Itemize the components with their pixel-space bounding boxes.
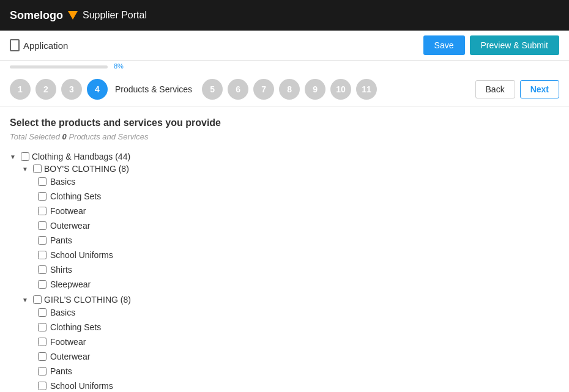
label-pants-girls: Pants [50, 366, 72, 376]
total-selected: Total Selected 0 Products and Services [10, 132, 559, 141]
clothing-handbags-label: Clothing & Handbags (44) [32, 152, 130, 161]
leaf-row-footwear-girls: Footwear [38, 336, 559, 348]
checkbox-school-uniforms-boys[interactable] [38, 251, 46, 259]
list-item: Footwear [38, 204, 559, 218]
step-5[interactable]: 5 [202, 79, 223, 100]
toolbar-buttons: Save Preview & Submit [423, 35, 559, 55]
clothing-handbags-row: ▼ Clothing & Handbags (44) [10, 151, 559, 162]
step-3[interactable]: 3 [61, 79, 82, 100]
checkbox-school-uniforms-girls[interactable] [38, 382, 46, 390]
leaf-row-clothing-sets-girls: Clothing Sets [38, 321, 559, 333]
toolbar-left: Application [10, 39, 423, 51]
boys-clothing-children: Basics Clothing Sets F [38, 174, 559, 292]
leaf-row-pants-boys: Pants [38, 234, 559, 246]
list-item: Sleepwear [38, 277, 559, 292]
header: Somelogo Supplier Portal [0, 0, 569, 31]
girls-clothing-row: ▼ GIRL'S CLOTHING (8) [22, 294, 559, 305]
list-item: Outerwear [38, 218, 559, 233]
checkbox-outerwear-boys[interactable] [38, 221, 46, 230]
label-clothing-sets-boys: Clothing Sets [50, 191, 101, 201]
checkbox-girls-clothing[interactable] [33, 295, 42, 304]
checkbox-boys-clothing[interactable] [33, 165, 42, 173]
tree-item-clothing-handbags: ▼ Clothing & Handbags (44) ▼ BOY'S CLOTH… [10, 150, 559, 392]
step-11[interactable]: 11 [356, 79, 377, 100]
leaf-row-outerwear-boys: Outerwear [38, 220, 559, 232]
boys-clothing-label: BOY'S CLOTHING (8) [44, 164, 129, 174]
step-nav: 1 2 3 4 Products & Services 5 6 7 8 9 10… [0, 73, 569, 106]
checkbox-clothing-sets-girls[interactable] [38, 323, 46, 331]
step-9[interactable]: 9 [305, 79, 325, 100]
label-outerwear-girls: Outerwear [50, 352, 90, 361]
checkbox-clothing-handbags[interactable] [21, 152, 29, 161]
step-nav-steps: 1 2 3 4 Products & Services 5 6 7 8 9 10… [10, 79, 475, 100]
leaf-row-school-uniforms-girls: School Uniforms [38, 380, 559, 392]
leaf-row-sleepwear-boys: Sleepwear [38, 278, 559, 290]
leaf-row-footwear-boys: Footwear [38, 205, 559, 217]
total-selected-count: 0 [62, 132, 67, 141]
app-title: Application [23, 40, 68, 51]
list-item: School Uniforms [38, 379, 559, 392]
checkbox-outerwear-girls[interactable] [38, 352, 46, 361]
list-item: Clothing Sets [38, 189, 559, 204]
label-basics-girls: Basics [50, 308, 75, 317]
preview-submit-button[interactable]: Preview & Submit [470, 35, 559, 55]
logo-icon [68, 11, 78, 20]
main-content: Select the products and services you pro… [0, 106, 569, 392]
checkbox-basics-boys[interactable] [38, 177, 46, 186]
back-button[interactable]: Back [475, 80, 515, 98]
checkbox-footwear-girls[interactable] [38, 338, 46, 346]
label-school-uniforms-girls: School Uniforms [50, 381, 113, 391]
list-item: Pants [38, 364, 559, 379]
logo-text: Somelogo [10, 9, 63, 22]
leaf-row-basics-boys: Basics [38, 176, 559, 188]
progress-bar-wrap: 8% [0, 61, 569, 73]
step-4[interactable]: 4 [87, 79, 108, 100]
collapse-arrow-boys[interactable]: ▼ [22, 166, 31, 172]
step-2[interactable]: 2 [35, 79, 56, 100]
leaf-row-shirts-boys: Shirts [38, 264, 559, 276]
label-clothing-sets-girls: Clothing Sets [50, 322, 101, 332]
step-6[interactable]: 6 [228, 79, 248, 100]
leaf-row-school-uniforms-boys: School Uniforms [38, 249, 559, 261]
girls-clothing-children: Basics Clothing Sets F [38, 305, 559, 392]
label-footwear-boys: Footwear [50, 206, 86, 216]
tree-item-boys-clothing: ▼ BOY'S CLOTHING (8) Basics [22, 162, 559, 293]
checkbox-clothing-sets-boys[interactable] [38, 192, 46, 201]
checkbox-pants-girls[interactable] [38, 367, 46, 375]
list-item: Pants [38, 233, 559, 248]
leaf-row-basics-girls: Basics [38, 306, 559, 319]
checkbox-sleepwear-boys[interactable] [38, 280, 46, 289]
step-7[interactable]: 7 [253, 79, 274, 100]
label-pants-boys: Pants [50, 235, 72, 245]
label-school-uniforms-boys: School Uniforms [50, 250, 113, 260]
leaf-row-clothing-sets-boys: Clothing Sets [38, 190, 559, 202]
collapse-arrow-clothing[interactable]: ▼ [10, 153, 18, 160]
next-button[interactable]: Next [520, 80, 559, 98]
total-selected-prefix: Total Selected [10, 132, 62, 141]
step-8[interactable]: 8 [279, 79, 300, 100]
list-item: Clothing Sets [38, 320, 559, 335]
toolbar: Application Save Preview & Submit [0, 31, 569, 61]
checkbox-shirts-boys[interactable] [38, 265, 46, 274]
label-outerwear-boys: Outerwear [50, 221, 90, 231]
list-item: Shirts [38, 262, 559, 277]
list-item: Outerwear [38, 349, 559, 364]
checkbox-footwear-boys[interactable] [38, 207, 46, 215]
step-10[interactable]: 10 [330, 79, 351, 100]
list-item: School Uniforms [38, 248, 559, 262]
list-item: Footwear [38, 335, 559, 349]
list-item: Basics [38, 174, 559, 189]
checkbox-pants-boys[interactable] [38, 236, 46, 245]
collapse-arrow-girls[interactable]: ▼ [22, 297, 31, 303]
step-1[interactable]: 1 [10, 79, 31, 100]
portal-label: Supplier Portal [83, 10, 147, 21]
document-icon [10, 39, 20, 51]
save-button[interactable]: Save [423, 35, 465, 55]
label-footwear-girls: Footwear [50, 337, 86, 347]
section-title: Select the products and services you pro… [10, 117, 559, 128]
label-basics-boys: Basics [50, 177, 75, 187]
checkbox-basics-girls[interactable] [38, 308, 46, 317]
step-label: Products & Services [115, 84, 192, 94]
category-tree: ▼ Clothing & Handbags (44) ▼ BOY'S CLOTH… [10, 150, 559, 392]
total-selected-suffix: Products and Services [67, 132, 149, 141]
